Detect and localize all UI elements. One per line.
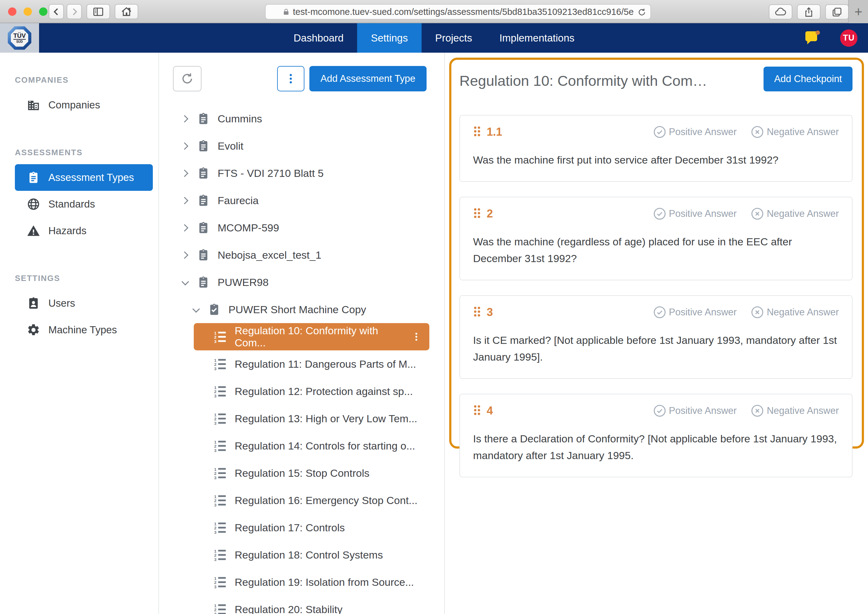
browser-chrome: test-mcomone.tuev-sued.com/settings/asse… — [0, 0, 868, 23]
kebab-menu-icon[interactable] — [411, 331, 422, 342]
svg-text:2: 2 — [214, 389, 217, 394]
tree-item[interactable]: 123 Regulation 16: Emergency Stop Cont..… — [194, 487, 429, 514]
tree-item[interactable]: 123 Regulation 12: Protection against sp… — [194, 378, 429, 405]
tree-item[interactable]: 123 Regulation 13: High or Very Low Tem.… — [194, 405, 429, 432]
icloud-tabs-button[interactable] — [769, 4, 792, 20]
negative-answer-badge[interactable]: Negative Answer — [751, 404, 839, 417]
new-tab-button[interactable]: + — [848, 0, 868, 23]
tree-menu-button[interactable] — [277, 66, 305, 91]
drag-handle-icon[interactable] — [473, 306, 481, 318]
notification-dot — [816, 30, 820, 35]
nav-tab[interactable]: Dashboard — [280, 23, 357, 53]
chevron-icon[interactable] — [181, 142, 188, 150]
sidebar-item-label: Companies — [48, 99, 100, 111]
tree-item[interactable]: 123 Regulation 18: Control Systems — [194, 541, 429, 569]
negative-answer-badge[interactable]: Negative Answer — [751, 126, 839, 138]
lock-icon — [282, 8, 290, 16]
negative-answer-badge[interactable]: Negative Answer — [751, 207, 839, 220]
clipboard-icon — [196, 248, 210, 262]
checkpoint-card: 2 Positive Answer Negative — [459, 197, 852, 281]
back-button[interactable] — [49, 4, 64, 19]
chat-bubble-icon — [805, 30, 820, 46]
drag-handle-icon[interactable] — [473, 405, 481, 417]
sidebar-item[interactable]: Users — [15, 290, 153, 316]
nav-tab[interactable]: Implementations — [486, 23, 588, 53]
nav-tab[interactable]: Settings — [357, 23, 421, 53]
refresh-button[interactable] — [173, 66, 202, 91]
share-button[interactable] — [797, 4, 821, 20]
sidebar-toggle-button[interactable] — [87, 4, 110, 19]
forward-button[interactable] — [67, 4, 82, 19]
logo-text-sud: SÜD — [16, 40, 23, 44]
svg-text:3: 3 — [214, 530, 217, 534]
positive-answer-badge[interactable]: Positive Answer — [653, 207, 737, 220]
svg-text:3: 3 — [214, 612, 217, 614]
nav-tab[interactable]: Projects — [422, 23, 486, 53]
sidebar-item[interactable]: Hazards — [15, 217, 153, 244]
tree-item[interactable]: PUWER98 — [159, 268, 444, 296]
tree-item-label: Cummins — [218, 113, 262, 125]
sidebar-item[interactable]: Assessment Types — [15, 164, 153, 191]
sidebar-item[interactable]: Standards — [15, 191, 153, 217]
tree-item-label: Evolit — [218, 140, 243, 152]
notifications-button[interactable] — [805, 30, 820, 46]
svg-text:2: 2 — [214, 335, 217, 340]
chevron-icon[interactable] — [181, 224, 188, 231]
positive-answer-badge[interactable]: Positive Answer — [653, 404, 737, 417]
chevron-icon[interactable] — [181, 115, 188, 122]
tree-item[interactable]: 123 Regulation 17: Controls — [194, 514, 429, 541]
sidebar-item-label: Assessment Types — [48, 172, 134, 183]
tab-overview-button[interactable] — [825, 4, 849, 20]
positive-answer-badge[interactable]: Positive Answer — [653, 126, 737, 138]
globe-icon — [26, 197, 40, 211]
minimize-window-button[interactable] — [23, 8, 32, 16]
svg-text:3: 3 — [214, 476, 217, 480]
tree-item[interactable]: Faurecia — [159, 187, 444, 214]
tree-item-label: Regulation 14: Controls for starting o..… — [235, 440, 415, 452]
reload-button[interactable] — [637, 8, 647, 19]
clipboard-icon — [196, 112, 210, 126]
svg-text:2: 2 — [214, 417, 217, 421]
svg-text:2: 2 — [214, 471, 217, 476]
tree-item[interactable]: 123 Regulation 20: Stability — [194, 596, 429, 614]
tree-item[interactable]: Nebojsa_excel_test_1 — [159, 241, 444, 268]
tree-item-label: Regulation 18: Control Systems — [235, 549, 383, 561]
tree-item[interactable]: 123 Regulation 15: Stop Controls — [194, 459, 429, 487]
add-assessment-type-button[interactable]: Add Assessment Type — [310, 66, 426, 91]
x-circle-icon — [751, 404, 764, 417]
zoom-window-button[interactable] — [39, 8, 47, 16]
tree-item[interactable]: Evolit — [159, 132, 444, 160]
negative-answer-badge[interactable]: Negative Answer — [751, 306, 839, 319]
tree-item[interactable]: Cummins — [159, 105, 444, 132]
tree-item[interactable]: 123 Regulation 19: Isolation from Source… — [194, 569, 429, 596]
drag-handle-icon[interactable] — [473, 126, 481, 138]
drag-handle-icon[interactable] — [473, 208, 481, 220]
tree-item[interactable]: FTS - VDI 2710 Blatt 5 — [159, 160, 444, 187]
chevron-icon[interactable] — [181, 251, 188, 259]
tuev-sued-logo[interactable]: TÜV SÜD — [0, 23, 39, 53]
tree-item[interactable]: 123 Regulation 10: Conformity with Com..… — [194, 323, 429, 350]
tree-item[interactable]: PUWER Short Machine Copy — [159, 296, 444, 323]
svg-text:3: 3 — [214, 339, 217, 344]
add-checkpoint-button[interactable]: Add Checkpoint — [764, 67, 852, 91]
numbered-list-icon: 123 — [213, 412, 227, 425]
numbered-list-icon: 123 — [213, 466, 227, 480]
tree-item[interactable]: 123 Regulation 11: Dangerous Parts of M.… — [194, 350, 429, 378]
assessment-tree: Cummins Evolit — [159, 105, 444, 614]
sidebar-item[interactable]: Companies — [15, 92, 153, 118]
svg-text:1: 1 — [214, 412, 217, 417]
sidebar-item[interactable]: Machine Types — [15, 316, 153, 343]
tree-item[interactable]: 123 Regulation 14: Controls for starting… — [194, 432, 429, 459]
chevron-icon[interactable] — [181, 169, 188, 177]
chevron-icon[interactable] — [193, 305, 200, 313]
tree-item[interactable]: MCOMP-599 — [159, 214, 444, 241]
positive-answer-badge[interactable]: Positive Answer — [653, 306, 737, 319]
home-button[interactable] — [115, 4, 138, 19]
close-window-button[interactable] — [8, 8, 16, 16]
address-bar[interactable]: test-mcomone.tuev-sued.com/settings/asse… — [265, 4, 651, 20]
chevron-icon[interactable] — [181, 197, 188, 204]
chevron-icon[interactable] — [182, 278, 189, 285]
numbered-list-icon: 123 — [213, 521, 227, 534]
url-text: test-mcomone.tuev-sued.com/settings/asse… — [293, 7, 634, 17]
user-avatar[interactable]: TU — [840, 29, 857, 47]
